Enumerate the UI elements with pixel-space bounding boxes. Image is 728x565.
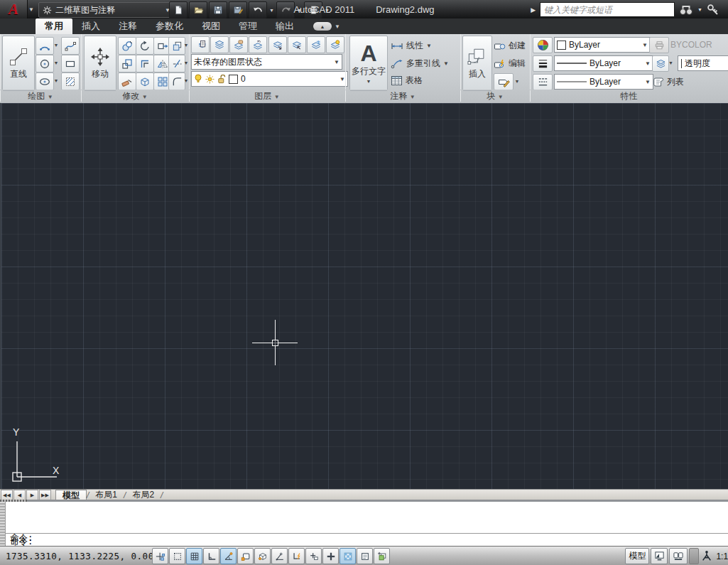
next-layout-button[interactable]: ▶ [26,490,38,500]
layer-unisolate-button[interactable] [288,36,306,53]
color-dropdown[interactable]: ByLayer ▼ [554,37,651,53]
move-button[interactable]: 移动 [84,36,116,91]
new-file-button[interactable] [169,1,188,18]
define-attributes-caret-icon[interactable]: ▼ [514,73,521,89]
annotation-scale-icon[interactable] [700,550,713,562]
layer-change-current-button[interactable] [229,36,248,53]
save-as-button[interactable] [229,1,247,18]
ribbon-options-caret-icon[interactable]: ▼ [335,23,340,30]
erase-button[interactable] [118,72,136,90]
last-layout-button[interactable]: ▶▶ [39,490,51,500]
transparency-caret-icon[interactable]: ▼ [668,55,674,70]
lineweight-display-toggle[interactable] [322,548,339,564]
qat-menu-caret-icon[interactable]: ▼ [324,2,330,18]
polar-tracking-toggle[interactable] [220,548,237,564]
linear-dimension-item[interactable]: 线性 ▼ [391,40,432,52]
tab-layout1[interactable]: 布局1 [89,490,124,500]
annotation-scale-value[interactable]: 1:1 [716,551,728,561]
undo-caret-icon[interactable]: ▼ [268,2,275,18]
dynamic-input-toggle[interactable] [305,548,322,564]
lineweight-button[interactable] [533,55,553,72]
layer-previous-button[interactable] [249,36,267,53]
create-block-item[interactable]: 创建 [494,40,526,52]
linear-caret-icon[interactable]: ▼ [426,43,432,49]
layer-isolate-button[interactable] [268,36,287,53]
search-options-caret-icon[interactable]: ▼ [697,7,702,12]
object-snap-tracking-toggle[interactable] [271,548,288,564]
drawing-canvas[interactable]: Y X [0,103,728,489]
redo-caret-icon[interactable]: ▼ [296,2,303,18]
selection-cycling-toggle[interactable] [374,548,390,564]
rectangle-button[interactable] [61,55,80,72]
arc-caret-icon[interactable]: ▼ [53,37,60,53]
panel-title-block[interactable]: 块 ▼ [460,90,530,102]
multileader-item[interactable]: 多重引线 ▼ [391,58,449,70]
transparency-display-toggle[interactable] [339,548,356,564]
tab-insert[interactable]: 插入 [72,18,109,34]
prev-layout-button[interactable]: ◀ [13,490,26,500]
infer-constraints-toggle[interactable] [152,548,168,564]
grid-display-toggle[interactable] [186,548,202,564]
define-attributes-button[interactable] [494,73,514,90]
quick-view-drawings-button[interactable] [669,548,688,564]
command-window[interactable]: 命令: 命令: _CustomerInvolvementProgram 命令: [0,500,728,548]
search-binoculars-icon[interactable] [679,4,693,16]
copy-stack-caret-icon[interactable]: ▼ [183,37,189,53]
layer-match-button[interactable] [210,36,229,53]
panel-title-modify[interactable]: 修改 ▼ [81,90,189,102]
tab-home[interactable]: 常用 [36,18,72,34]
fillet-caret-icon[interactable]: ▼ [183,72,189,89]
tab-annotate[interactable]: 注释 [109,18,146,34]
insert-block-button[interactable]: 插入 [462,36,492,91]
tab-layout2[interactable]: 布局2 [126,490,161,500]
mtext-button[interactable]: A 多行文字 ▼ [349,36,388,91]
explode-button[interactable] [136,72,154,90]
copy-button[interactable] [118,37,136,55]
layer-color-swatch[interactable] [229,75,238,84]
ellipse-caret-icon[interactable]: ▼ [53,72,60,89]
redo-button[interactable] [276,1,295,18]
infocenter-collapse-icon[interactable]: ▶ [531,6,536,14]
3d-object-snap-toggle[interactable] [254,548,271,564]
object-color-button[interactable] [533,37,553,53]
offset-button[interactable] [136,55,154,72]
open-file-button[interactable] [189,1,207,18]
list-item[interactable]: 列表 [652,76,684,88]
minimize-ribbon-button[interactable]: ▲ [313,22,332,31]
layer-freeze-button[interactable] [307,36,325,53]
scale-button[interactable] [118,55,136,72]
command-window-handle[interactable] [0,502,6,548]
trim-caret-icon[interactable]: ▼ [183,55,189,71]
layer-on-bulb-icon[interactable] [194,74,202,84]
search-input[interactable] [540,2,675,17]
quick-properties-toggle[interactable] [357,548,373,564]
save-button[interactable] [209,1,227,18]
panel-title-properties[interactable]: 特性 [530,90,728,102]
layer-dropdown[interactable]: 0 ▼ [191,71,348,87]
model-space-button[interactable]: 模型 [625,548,649,564]
hatch-button[interactable] [61,72,80,90]
panel-title-draw[interactable]: 绘图 ▼ [0,90,81,102]
panel-title-layers[interactable]: 图层 ▼ [189,90,345,102]
arc-button[interactable] [36,37,54,55]
panel-title-annotation[interactable]: 注释 ▼ [345,90,460,102]
rotate-button[interactable] [136,37,154,55]
layer-unlock-icon[interactable] [217,75,226,84]
circle-button[interactable] [36,55,54,72]
snap-mode-toggle[interactable] [169,548,185,564]
plot-button[interactable] [304,1,322,18]
layer-state-dropdown[interactable]: 未保存的图层状态 ▼ [191,54,342,70]
tab-parametric[interactable]: 参数化 [146,18,192,34]
edit-block-item[interactable]: 编辑 [494,58,526,70]
linetype-dropdown[interactable]: ByLayer ▼ [554,74,653,90]
multileader-caret-icon[interactable]: ▼ [443,60,449,67]
undo-button[interactable] [249,1,267,18]
signin-key-icon[interactable] [707,4,719,16]
first-layout-button[interactable]: ◀◀ [1,490,13,500]
linetype-button[interactable] [533,74,553,90]
layer-thaw-sun-icon[interactable] [205,75,214,84]
lineweight-dropdown[interactable]: ByLayer ▼ [554,55,653,71]
tab-output[interactable]: 输出 [266,18,303,34]
ortho-mode-toggle[interactable] [203,548,219,564]
circle-caret-icon[interactable]: ▼ [53,55,60,71]
